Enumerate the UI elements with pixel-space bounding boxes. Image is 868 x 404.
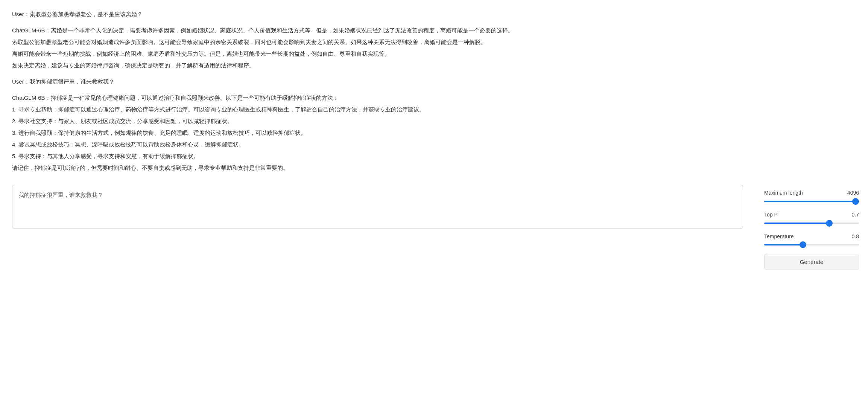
max-length-value: 4096 [847,189,859,198]
temperature-slider[interactable] [764,244,859,245]
right-controls-panel: Maximum length 4096 Top P 0.7 [755,185,868,274]
bot-message-1-line-2: 离婚可能会带来一些短期的挑战，例如经济上的困难、家庭矛盾和社交压力等。但是，离婚… [12,49,743,59]
bot-message-1-line-3: 如果决定离婚，建议与专业的离婚律师咨询，确保决定是明智的，并了解所有适用的法律和… [12,60,743,70]
chat-message-bot-2: ChatGLM-6B：抑郁症是一种常见的心理健康问题，可以通过治疗和自我照顾来改… [12,93,743,173]
app-container: User：索取型公婆加愚孝型老公，是不是应该离婚？ ChatGLM-6B：离婚是… [0,0,868,281]
bot-message-1-line-0: ChatGLM-6B：离婚是一个非常个人化的决定，需要考虑许多因素，例如婚姻状况… [12,25,743,35]
chat-message-user-1: User：索取型公婆加愚孝型老公，是不是应该离婚？ [12,9,743,19]
chat-content: User：索取型公婆加愚孝型老公，是不是应该离婚？ ChatGLM-6B：离婚是… [0,0,755,185]
top-p-label: Top P [764,210,778,220]
top-p-control: Top P 0.7 [764,210,859,224]
temperature-header: Temperature 0.8 [764,232,859,241]
bot-message-2-line-4: 4. 尝试冥想或放松技巧：冥想、深呼吸或放松技巧可以帮助放松身体和心灵，缓解抑郁… [12,139,743,149]
controls-area: Maximum length 4096 Top P 0.7 [764,189,859,270]
right-panel-spacer [755,0,868,185]
bot-message-2-line-3: 3. 进行自我照顾：保持健康的生活方式，例如规律的饮食、充足的睡眠、适度的运动和… [12,128,743,138]
chat-input[interactable] [18,191,737,221]
top-p-value: 0.7 [852,210,859,220]
top-p-slider[interactable] [764,223,859,224]
chat-input-box[interactable] [12,185,743,229]
temperature-label: Temperature [764,232,794,241]
bot-message-2-line-6: 请记住，抑郁症是可以治疗的，但需要时间和耐心。不要自责或感到无助，寻求专业帮助和… [12,163,743,173]
bot-message-2-line-2: 2. 寻求社交支持：与家人、朋友或社区成员交流，分享感受和困难，可以减轻抑郁症状… [12,116,743,126]
max-length-slider[interactable] [764,201,859,202]
bot-message-2-line-0: ChatGLM-6B：抑郁症是一种常见的心理健康问题，可以通过治疗和自我照顾来改… [12,93,743,103]
input-area [0,185,755,274]
bot-message-2-line-1: 1. 寻求专业帮助：抑郁症可以通过心理治疗、药物治疗等方式进行治疗。可以咨询专业… [12,104,743,114]
bot-message-2-line-5: 5. 寻求支持：与其他人分享感受，寻求支持和安慰，有助于缓解抑郁症状。 [12,151,743,161]
chat-message-bot-1: ChatGLM-6B：离婚是一个非常个人化的决定，需要考虑许多因素，例如婚姻状况… [12,25,743,70]
generate-button[interactable]: Generate [764,254,859,270]
max-length-label: Maximum length [764,189,803,198]
bot-message-1-line-1: 索取型公婆加愚孝型老公可能会对婚姻造成许多负面影响。这可能会导致家庭中的亲密关系… [12,37,743,47]
max-length-header: Maximum length 4096 [764,189,859,198]
user-message-1-text: User：索取型公婆加愚孝型老公，是不是应该离婚？ [12,9,743,19]
temperature-control: Temperature 0.8 [764,232,859,246]
bottom-row: Maximum length 4096 Top P 0.7 [0,185,868,281]
chat-message-user-2: User：我的抑郁症很严重，谁来救救我？ [12,76,743,87]
max-length-control: Maximum length 4096 [764,189,859,202]
user-message-2-text: User：我的抑郁症很严重，谁来救救我？ [12,76,743,87]
temperature-value: 0.8 [852,232,859,241]
top-p-header: Top P 0.7 [764,210,859,220]
content-row: User：索取型公婆加愚孝型老公，是不是应该离婚？ ChatGLM-6B：离婚是… [0,0,868,185]
